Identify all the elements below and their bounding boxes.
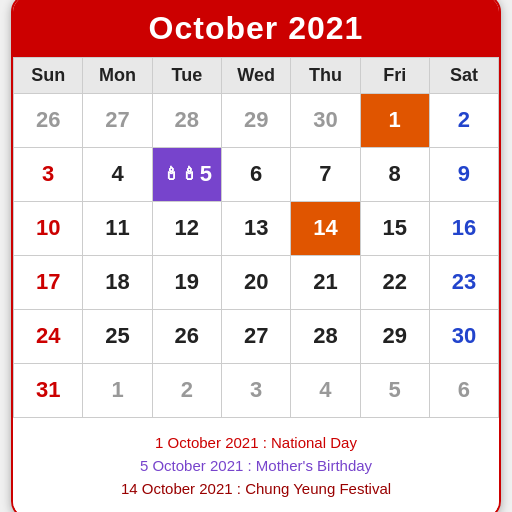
calendar-cell-3-4[interactable]: 21 bbox=[291, 255, 360, 309]
calendar-cell-3-2[interactable]: 19 bbox=[152, 255, 221, 309]
calendar-cell-3-3[interactable]: 20 bbox=[221, 255, 290, 309]
week-row-2: 10111213141516 bbox=[14, 201, 499, 255]
calendar-cell-5-3[interactable]: 3 bbox=[221, 363, 290, 417]
weekday-tue: Tue bbox=[152, 57, 221, 93]
calendar-cell-0-5[interactable]: 1 bbox=[360, 93, 429, 147]
week-row-4: 24252627282930 bbox=[14, 309, 499, 363]
calendar-cell-1-3[interactable]: 6 bbox=[221, 147, 290, 201]
calendar-cell-0-6[interactable]: 2 bbox=[429, 93, 498, 147]
calendar-cell-2-5[interactable]: 15 bbox=[360, 201, 429, 255]
calendar-cell-4-1[interactable]: 25 bbox=[83, 309, 152, 363]
calendar-cell-5-5[interactable]: 5 bbox=[360, 363, 429, 417]
event-item: 14 October 2021 : Chung Yeung Festival bbox=[29, 480, 483, 497]
calendar-cell-4-6[interactable]: 30 bbox=[429, 309, 498, 363]
calendar-cell-4-5[interactable]: 29 bbox=[360, 309, 429, 363]
week-row-3: 17181920212223 bbox=[14, 255, 499, 309]
calendar-cell-5-6[interactable]: 6 bbox=[429, 363, 498, 417]
calendar-cell-1-6[interactable]: 9 bbox=[429, 147, 498, 201]
calendar-cell-1-2[interactable]: 🕯🕯5 bbox=[152, 147, 221, 201]
calendar-cell-0-3[interactable]: 29 bbox=[221, 93, 290, 147]
weekday-thu: Thu bbox=[291, 57, 360, 93]
calendar-header: October 2021 bbox=[13, 0, 499, 57]
weekday-fri: Fri bbox=[360, 57, 429, 93]
calendar-cell-3-0[interactable]: 17 bbox=[14, 255, 83, 309]
calendar-cell-4-0[interactable]: 24 bbox=[14, 309, 83, 363]
calendar-cell-2-1[interactable]: 11 bbox=[83, 201, 152, 255]
calendar-cell-1-5[interactable]: 8 bbox=[360, 147, 429, 201]
calendar-cell-5-0[interactable]: 31 bbox=[14, 363, 83, 417]
calendar-cell-4-4[interactable]: 28 bbox=[291, 309, 360, 363]
calendar-cell-2-4[interactable]: 14 bbox=[291, 201, 360, 255]
calendar-cell-5-2[interactable]: 2 bbox=[152, 363, 221, 417]
calendar-body: 26272829301234🕯🕯567891011121314151617181… bbox=[14, 93, 499, 417]
week-row-0: 262728293012 bbox=[14, 93, 499, 147]
weekday-wed: Wed bbox=[221, 57, 290, 93]
calendar-cell-2-2[interactable]: 12 bbox=[152, 201, 221, 255]
calendar-grid: SunMonTueWedThuFriSat 26272829301234🕯🕯56… bbox=[13, 57, 499, 418]
calendar-cell-0-0[interactable]: 26 bbox=[14, 93, 83, 147]
calendar-cell-2-3[interactable]: 13 bbox=[221, 201, 290, 255]
calendar-cell-0-1[interactable]: 27 bbox=[83, 93, 152, 147]
calendar-cell-1-0[interactable]: 3 bbox=[14, 147, 83, 201]
weekday-sun: Sun bbox=[14, 57, 83, 93]
calendar-cell-4-2[interactable]: 26 bbox=[152, 309, 221, 363]
calendar-cell-2-0[interactable]: 10 bbox=[14, 201, 83, 255]
calendar-cell-5-4[interactable]: 4 bbox=[291, 363, 360, 417]
calendar-cell-1-4[interactable]: 7 bbox=[291, 147, 360, 201]
events-section: 1 October 2021 : National Day5 October 2… bbox=[13, 418, 499, 513]
calendar-cell-3-6[interactable]: 23 bbox=[429, 255, 498, 309]
weekday-sat: Sat bbox=[429, 57, 498, 93]
calendar-cell-0-2[interactable]: 28 bbox=[152, 93, 221, 147]
event-item: 1 October 2021 : National Day bbox=[29, 434, 483, 451]
calendar-cell-0-4[interactable]: 30 bbox=[291, 93, 360, 147]
weekday-mon: Mon bbox=[83, 57, 152, 93]
events-list: 1 October 2021 : National Day5 October 2… bbox=[29, 434, 483, 497]
calendar-cell-5-1[interactable]: 1 bbox=[83, 363, 152, 417]
calendar-cell-1-1[interactable]: 4 bbox=[83, 147, 152, 201]
weekday-header-row: SunMonTueWedThuFriSat bbox=[14, 57, 499, 93]
calendar-cell-2-6[interactable]: 16 bbox=[429, 201, 498, 255]
calendar-cell-3-5[interactable]: 22 bbox=[360, 255, 429, 309]
calendar-cell-3-1[interactable]: 18 bbox=[83, 255, 152, 309]
event-item: 5 October 2021 : Mother's Birthday bbox=[29, 457, 483, 474]
calendar-cell-4-3[interactable]: 27 bbox=[221, 309, 290, 363]
week-row-5: 31123456 bbox=[14, 363, 499, 417]
week-row-1: 34🕯🕯56789 bbox=[14, 147, 499, 201]
calendar-container: October 2021 SunMonTueWedThuFriSat 26272… bbox=[11, 0, 501, 512]
